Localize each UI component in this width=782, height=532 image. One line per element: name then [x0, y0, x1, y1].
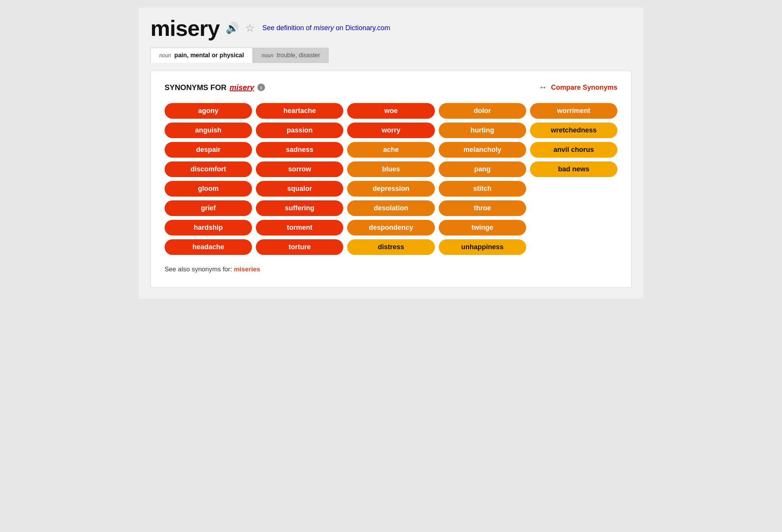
pill-depression[interactable]: depression: [347, 181, 435, 197]
synonyms-label: SYNONYMS FOR: [165, 83, 226, 92]
tab-trouble[interactable]: noun trouble, disaster: [253, 48, 329, 63]
pill-woe[interactable]: woe: [347, 103, 435, 119]
page-wrapper: misery 🔊 ☆ See definition of misery on D…: [139, 8, 643, 299]
pill-anvil-chorus[interactable]: anvil chorus: [530, 142, 617, 158]
pill-passion[interactable]: passion: [256, 123, 343, 138]
synonyms-title: SYNONYMS FOR misery i: [165, 83, 265, 92]
pill-ache[interactable]: ache: [347, 142, 435, 158]
pill-heartache[interactable]: heartache: [256, 103, 343, 119]
synonyms-word-link[interactable]: misery: [229, 83, 254, 92]
tabs-row: noun pain, mental or physical noun troub…: [150, 48, 632, 63]
pill-unhappiness[interactable]: unhappiness: [439, 239, 526, 255]
synonym-col-4: dolor hurting melancholy pang stitch thr…: [439, 103, 526, 255]
pill-despondency[interactable]: despondency: [347, 220, 435, 235]
pill-grief[interactable]: grief: [165, 200, 252, 216]
pill-agony[interactable]: agony: [165, 103, 252, 119]
word-title: misery: [150, 15, 220, 41]
header-row: misery 🔊 ☆ See definition of misery on D…: [150, 15, 632, 41]
pill-torture[interactable]: torture: [256, 239, 343, 255]
see-also-prefix: See also synonyms for:: [165, 266, 234, 273]
info-icon[interactable]: i: [257, 84, 265, 91]
star-icon[interactable]: ☆: [245, 22, 255, 34]
pill-hurting[interactable]: hurting: [439, 123, 526, 138]
pill-headache[interactable]: headache: [165, 239, 252, 255]
synonym-col-5: worriment wretchedness anvil chorus bad …: [530, 103, 617, 177]
pill-torment[interactable]: torment: [256, 220, 343, 235]
pill-suffering[interactable]: suffering: [256, 200, 343, 216]
pill-dolor[interactable]: dolor: [439, 103, 526, 119]
pill-twinge[interactable]: twinge: [439, 220, 526, 235]
compare-synonyms-label: Compare Synonyms: [551, 84, 617, 92]
pill-discomfort[interactable]: discomfort: [165, 161, 252, 177]
synonym-col-1: agony anguish despair discomfort gloom g…: [165, 103, 252, 255]
pill-bad-news[interactable]: bad news: [530, 161, 617, 177]
compare-synonyms-button[interactable]: ↔ Compare Synonyms: [539, 82, 617, 92]
pill-despair[interactable]: despair: [165, 142, 252, 158]
tab1-pos: noun: [159, 52, 171, 58]
pill-anguish[interactable]: anguish: [165, 123, 252, 138]
tab-pain[interactable]: noun pain, mental or physical: [150, 48, 253, 63]
speaker-icon[interactable]: 🔊: [226, 22, 239, 34]
dictionary-link[interactable]: See definition of misery on Dictionary.c…: [262, 24, 390, 32]
pill-worry[interactable]: worry: [347, 123, 435, 138]
pill-melancholy[interactable]: melancholy: [439, 142, 526, 158]
dict-link-italic: misery: [313, 24, 334, 32]
synonym-col-2: heartache passion sadness sorrow squalor…: [256, 103, 343, 255]
pill-wretchedness[interactable]: wretchedness: [530, 123, 617, 138]
main-card: SYNONYMS FOR misery i ↔ Compare Synonyms…: [150, 71, 632, 287]
tab2-pos: noun: [262, 52, 273, 58]
synonym-col-3: woe worry ache blues depression desolati…: [347, 103, 435, 255]
synonyms-grid: agony anguish despair discomfort gloom g…: [165, 103, 617, 255]
pill-stitch[interactable]: stitch: [439, 181, 526, 197]
pill-distress[interactable]: distress: [347, 239, 435, 255]
pill-worriment[interactable]: worriment: [530, 103, 617, 119]
synonyms-header-row: SYNONYMS FOR misery i ↔ Compare Synonyms: [165, 82, 617, 92]
pill-sorrow[interactable]: sorrow: [256, 161, 343, 177]
pill-blues[interactable]: blues: [347, 161, 435, 177]
pill-pang[interactable]: pang: [439, 161, 526, 177]
see-also-link[interactable]: miseries: [234, 266, 260, 273]
pill-hardship[interactable]: hardship: [165, 220, 252, 235]
pill-squalor[interactable]: squalor: [256, 181, 343, 197]
pill-gloom[interactable]: gloom: [165, 181, 252, 197]
compare-icon: ↔: [539, 82, 547, 92]
tab2-meaning: trouble, disaster: [277, 52, 320, 58]
see-also: See also synonyms for: miseries: [165, 266, 617, 273]
pill-desolation[interactable]: desolation: [347, 200, 435, 216]
tab1-meaning: pain, mental or physical: [174, 52, 244, 58]
pill-sadness[interactable]: sadness: [256, 142, 343, 158]
pill-throe[interactable]: throe: [439, 200, 526, 216]
